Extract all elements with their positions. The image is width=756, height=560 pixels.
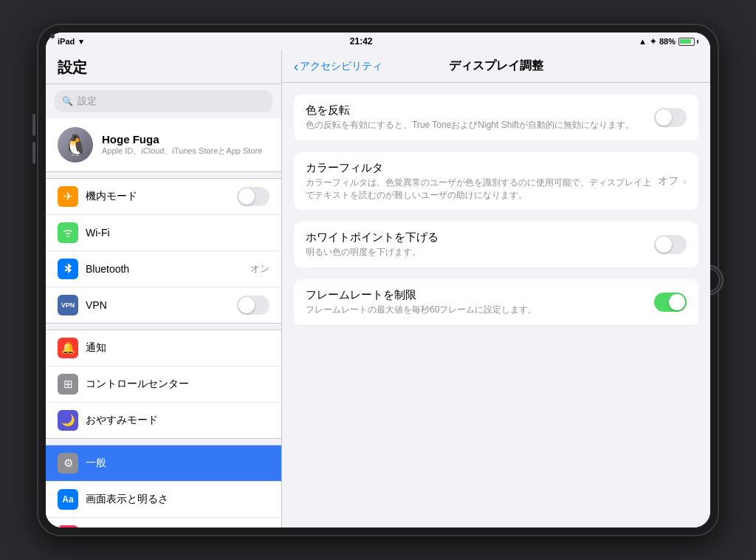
menu-group-notifications: 🔔 通知 ⊞ コントロールセンター 🌙 おやすみモード (46, 329, 281, 439)
white-point-toggle[interactable] (654, 235, 687, 254)
wifi-icon (58, 222, 78, 243)
bluetooth-status-icon: ✦ (650, 37, 656, 47)
invert-colors-subtitle: 色の反転を有効にすると、True ToneおよびNight Shiftが自動的に… (306, 119, 654, 132)
content-area: 色を反転 色の反転を有効にすると、True ToneおよびNight Shift… (282, 83, 710, 527)
search-icon: 🔍 (62, 96, 73, 106)
do-not-disturb-label: おやすみモード (86, 414, 269, 427)
right-panel: ‹ アクセシビリティ ディスプレイ調整 色を反転 色の反転を有効に (282, 50, 710, 527)
row-white-point-content: ホワイトポイントを下げる 明るい色の明度を下げます。 (306, 231, 654, 259)
volume-down-button[interactable] (32, 142, 35, 164)
white-point-title: ホワイトポイントを下げる (306, 231, 654, 245)
profile-name: Hoge Fuga (102, 133, 262, 146)
airplane-icon: ✈ (58, 186, 78, 207)
bluetooth-label: Bluetooth (86, 263, 243, 275)
sidebar: 設定 🔍 設定 🐧 Hoge Fuga Apple ID、iCloud、iTu (46, 50, 282, 527)
frame-rate-toggle[interactable] (654, 293, 687, 312)
sidebar-item-airplane[interactable]: ✈ 機内モード (46, 179, 281, 215)
color-filter-subtitle: カラーフィルタは、色覚異常のユーザが色を識別するのに使用可能で、ディスプレイ上で… (306, 177, 658, 202)
do-not-disturb-icon: 🌙 (58, 410, 78, 431)
sidebar-item-notifications[interactable]: 🔔 通知 (46, 330, 281, 366)
airplane-label: 機内モード (86, 190, 230, 203)
notifications-label: 通知 (86, 341, 269, 355)
control-center-label: コントロールセンター (86, 378, 269, 391)
section-color-filter: カラーフィルタ カラーフィルタは、色覚異常のユーザが色を識別するのに使用可能で、… (294, 152, 698, 211)
color-filter-chevron: › (683, 175, 687, 187)
status-time: 21:42 (350, 36, 373, 47)
ipad-label: iPad (58, 37, 75, 46)
wallpaper-icon: 🌸 (58, 525, 78, 527)
status-left: iPad ▾ (58, 37, 83, 47)
sidebar-item-display[interactable]: Aa 画面表示と明るさ (46, 482, 281, 518)
notification-icon: 🔔 (58, 338, 78, 358)
color-filter-right: オフ › (658, 174, 687, 188)
location-icon: ▲ (639, 37, 647, 46)
section-frame-rate: フレームレートを制限 フレームレートの最大値を毎秒60フレームに設定します。 (294, 279, 698, 326)
profile-info: Hoge Fuga Apple ID、iCloud、iTunes StoreとA… (102, 133, 262, 157)
sidebar-item-wallpaper[interactable]: 🌸 壁紙 (46, 518, 281, 527)
row-color-filter[interactable]: カラーフィルタ カラーフィルタは、色覚異常のユーザが色を識別するのに使用可能で、… (294, 152, 698, 211)
back-button[interactable]: ‹ アクセシビリティ (294, 60, 382, 73)
battery-tip (697, 40, 698, 44)
menu-group-general: ⚙ 一般 Aa 画面表示と明るさ 🌸 壁紙 🔊 (46, 445, 281, 527)
vpn-label: VPN (86, 299, 230, 311)
sidebar-section: 🐧 Hoge Fuga Apple ID、iCloud、iTunes Store… (46, 118, 281, 527)
nav-bar: ‹ アクセシビリティ ディスプレイ調整 (282, 50, 710, 83)
sidebar-title: 設定 (58, 59, 87, 75)
frame-rate-right (654, 293, 687, 312)
display-icon: Aa (58, 489, 78, 510)
status-bar: iPad ▾ 21:42 ▲ ✦ 88% (46, 33, 710, 50)
white-point-right (654, 235, 687, 254)
search-placeholder: 設定 (78, 95, 97, 108)
row-color-filter-content: カラーフィルタ カラーフィルタは、色覚異常のユーザが色を識別するのに使用可能で、… (306, 161, 658, 202)
right-panel-wrapper: ‹ アクセシビリティ ディスプレイ調整 色を反転 色の反転を有効に (282, 50, 710, 527)
white-point-subtitle: 明るい色の明度を下げます。 (306, 246, 654, 259)
sidebar-item-wifi[interactable]: Wi-Fi (46, 215, 281, 251)
sidebar-item-do-not-disturb[interactable]: 🌙 おやすみモード (46, 403, 281, 438)
screen: iPad ▾ 21:42 ▲ ✦ 88% 設定 (46, 33, 710, 527)
general-icon: ⚙ (58, 453, 78, 474)
row-invert-colors: 色を反転 色の反転を有効にすると、True ToneおよびNight Shift… (294, 95, 698, 140)
device-frame: iPad ▾ 21:42 ▲ ✦ 88% 設定 (38, 25, 718, 535)
invert-colors-right (654, 108, 687, 127)
profile-subtitle: Apple ID、iCloud、iTunes StoreとApp Store (102, 146, 262, 157)
front-camera (50, 34, 55, 38)
avatar-image: 🐧 (63, 133, 89, 157)
main-content: 設定 🔍 設定 🐧 Hoge Fuga Apple ID、iCloud、iTu (46, 50, 710, 527)
sidebar-item-control-center[interactable]: ⊞ コントロールセンター (46, 366, 281, 403)
volume-up-button[interactable] (32, 114, 35, 136)
color-filter-title: カラーフィルタ (306, 161, 658, 175)
sidebar-item-bluetooth[interactable]: Bluetooth オン (46, 251, 281, 287)
frame-rate-subtitle: フレームレートの最大値を毎秒60フレームに設定します。 (306, 304, 654, 316)
section-invert-colors: 色を反転 色の反転を有効にすると、True ToneおよびNight Shift… (294, 95, 698, 140)
row-invert-content: 色を反転 色の反転を有効にすると、True ToneおよびNight Shift… (306, 103, 654, 132)
battery-body (678, 38, 695, 46)
battery-percent: 88% (659, 37, 676, 46)
battery-fill (680, 39, 691, 44)
volume-buttons (32, 114, 35, 164)
row-white-point: ホワイトポイントを下げる 明るい色の明度を下げます。 (294, 222, 698, 267)
status-right: ▲ ✦ 88% (639, 37, 698, 47)
back-arrow-icon: ‹ (294, 60, 298, 73)
bluetooth-value: オン (250, 262, 269, 276)
display-label: 画面表示と明るさ (86, 493, 269, 506)
general-label: 一般 (86, 457, 269, 470)
frame-rate-title: フレームレートを制限 (306, 288, 654, 302)
avatar: 🐧 (58, 127, 93, 163)
invert-colors-title: 色を反転 (306, 103, 654, 117)
row-frame-rate-content: フレームレートを制限 フレームレートの最大値を毎秒60フレームに設定します。 (306, 288, 654, 316)
nav-title: ディスプレイ調整 (449, 58, 543, 74)
invert-colors-toggle[interactable] (654, 108, 687, 127)
vpn-icon: VPN (58, 295, 78, 315)
wifi-status-icon: ▾ (79, 37, 83, 47)
airplane-toggle[interactable] (237, 187, 269, 206)
sidebar-item-vpn[interactable]: VPN VPN (46, 287, 281, 323)
row-frame-rate: フレームレートを制限 フレームレートの最大値を毎秒60フレームに設定します。 (294, 279, 698, 326)
back-label: アクセシビリティ (300, 60, 382, 73)
search-bar[interactable]: 🔍 設定 (55, 90, 272, 112)
section-white-point: ホワイトポイントを下げる 明るい色の明度を下げます。 (294, 222, 698, 267)
menu-group-network: ✈ 機内モード Wi-Fi (46, 178, 281, 324)
sidebar-item-general[interactable]: ⚙ 一般 (46, 445, 281, 482)
battery-icon (678, 38, 698, 46)
profile-row[interactable]: 🐧 Hoge Fuga Apple ID、iCloud、iTunes Store… (46, 118, 281, 172)
vpn-toggle[interactable] (237, 296, 269, 315)
